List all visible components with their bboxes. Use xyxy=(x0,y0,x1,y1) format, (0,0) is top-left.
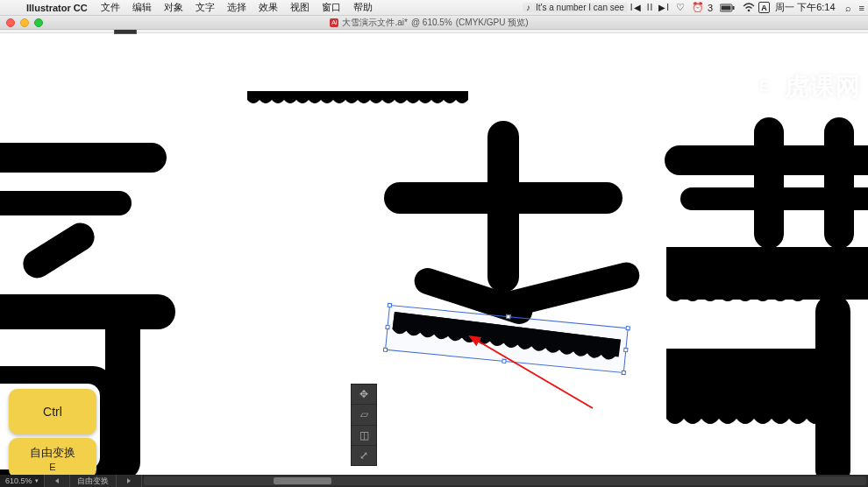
svg-rect-5 xyxy=(0,143,167,173)
menu-help[interactable]: 帮助 xyxy=(347,1,379,14)
artboard-canvas[interactable]: ↕ ✥ ▱ ◫ ⤢ E 虎课网 xyxy=(0,33,868,475)
selection-handle-nw[interactable] xyxy=(388,303,392,307)
menu-view[interactable]: 视图 xyxy=(284,1,316,14)
watermark-text: 虎课网 xyxy=(785,70,861,103)
menu-select[interactable]: 选择 xyxy=(221,1,253,14)
app-name[interactable]: Illustrator CC xyxy=(19,3,95,13)
menu-object[interactable]: 对象 xyxy=(158,1,189,14)
document-zoom: @ 610.5% xyxy=(411,18,452,27)
selection-handle-ne[interactable] xyxy=(625,326,630,330)
free-transform-panel[interactable]: ✥ ▱ ◫ ⤢ xyxy=(351,384,377,466)
status-bar: 610.5% ▾ 自由变换 xyxy=(0,475,868,487)
window-controls xyxy=(0,18,43,27)
zoom-window-button[interactable] xyxy=(34,18,43,27)
status-heart-icon[interactable]: ♡ xyxy=(672,2,688,13)
tool-free-transform-icon[interactable]: ⤢ xyxy=(352,446,376,465)
status-wifi-icon[interactable] xyxy=(739,3,758,12)
statusbar-tool-label: 自由变换 xyxy=(70,475,117,487)
status-input-icon[interactable]: A xyxy=(758,2,770,13)
svg-rect-7 xyxy=(18,218,99,284)
watermark: E 虎课网 xyxy=(750,70,861,103)
now-playing[interactable]: ♪ It's a number I can see xyxy=(523,3,628,12)
playback-next-icon[interactable]: ▶I xyxy=(656,3,672,12)
svg-rect-13 xyxy=(487,121,519,293)
statusbar-zoom[interactable]: 610.5% ▾ xyxy=(0,475,45,487)
selection-handle-s[interactable] xyxy=(502,359,506,363)
options-bar xyxy=(0,30,868,33)
macos-menubar: Illustrator CC 文件 编辑 对象 文字 选择 效果 视图 窗口 帮… xyxy=(0,0,868,16)
spotlight-search-icon[interactable]: ⌕ xyxy=(841,3,856,13)
svg-rect-6 xyxy=(0,191,132,215)
document-filename: 大雪演示文件.ai* xyxy=(342,17,407,29)
menubar-extra-icon[interactable]: ≡ xyxy=(856,3,868,13)
tool-perspective-distort-icon[interactable]: ▱ xyxy=(352,405,376,425)
svg-rect-1 xyxy=(722,5,731,10)
keycap-ctrl-label: Ctrl xyxy=(43,405,62,419)
menu-type[interactable]: 文字 xyxy=(189,1,221,14)
document-titlebar: Ai 大雪演示文件.ai* @ 610.5% (CMYK/GPU 预览) xyxy=(0,16,868,30)
selection-handle-se[interactable] xyxy=(622,371,626,375)
menu-file[interactable]: 文件 xyxy=(95,1,126,14)
music-note-icon: ♪ xyxy=(526,3,530,12)
horizontal-scrollbar-thumb[interactable] xyxy=(274,477,331,484)
keycap-free-transform-label: 自由变换 xyxy=(30,445,75,461)
tool-puppet-warp-icon[interactable]: ◫ xyxy=(352,426,376,446)
minimize-window-button[interactable] xyxy=(20,18,29,27)
tool-free-distort-icon[interactable]: ✥ xyxy=(352,385,376,405)
selection-handle-sw[interactable] xyxy=(383,348,388,352)
status-battery-icon[interactable] xyxy=(716,4,739,12)
watermark-badge-icon: E xyxy=(750,72,779,102)
menubar-clock[interactable]: 周一 下午6:14 xyxy=(770,1,840,14)
menu-window[interactable]: 窗口 xyxy=(316,1,347,14)
horizontal-scrollbar[interactable] xyxy=(144,476,866,485)
close-window-button[interactable] xyxy=(6,18,15,27)
keycap-free-transform: 自由变换 E xyxy=(9,438,96,478)
document-colormode: (CMYK/GPU 预览) xyxy=(456,17,529,29)
keycap-free-transform-shortcut: E xyxy=(49,462,55,472)
menu-edit[interactable]: 编辑 xyxy=(126,1,158,14)
status-alarm-icon[interactable]: ⏰3 xyxy=(688,2,716,13)
transform-cursor-icon: ↕ xyxy=(549,294,554,307)
selection-handle-w[interactable] xyxy=(385,325,389,329)
svg-rect-2 xyxy=(733,6,735,10)
keycap-ctrl: Ctrl xyxy=(9,389,96,434)
statusbar-nav-next[interactable] xyxy=(117,475,142,487)
selection-handle-n[interactable] xyxy=(506,314,510,319)
svg-rect-8 xyxy=(0,294,175,329)
selection-handle-e[interactable] xyxy=(623,348,628,352)
svg-rect-19 xyxy=(754,117,784,249)
statusbar-nav-prev[interactable] xyxy=(45,475,70,487)
artwork-glyphs xyxy=(0,33,868,475)
svg-rect-20 xyxy=(824,117,854,249)
now-playing-title: It's a number I can see xyxy=(536,3,624,12)
document-title: Ai 大雪演示文件.ai* @ 610.5% (CMYK/GPU 预览) xyxy=(43,17,815,29)
svg-point-3 xyxy=(748,10,751,12)
menu-effect[interactable]: 效果 xyxy=(253,1,284,14)
playback-prev-icon[interactable]: I◀ xyxy=(628,3,644,12)
ai-file-icon: Ai xyxy=(330,18,338,27)
playback-pause-icon[interactable]: II xyxy=(644,3,657,12)
